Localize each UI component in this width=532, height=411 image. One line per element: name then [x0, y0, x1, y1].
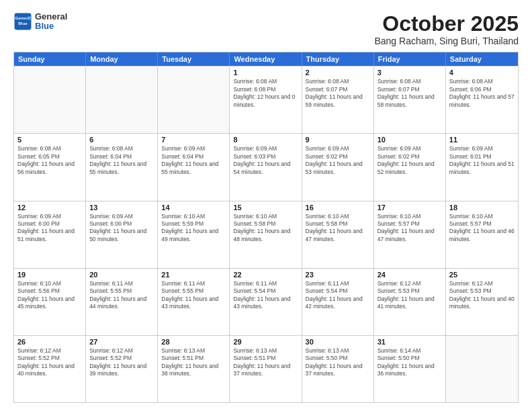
day-number: 5 [17, 136, 82, 144]
day-info: Sunrise: 6:10 AM Sunset: 5:58 PM Dayligh… [306, 213, 370, 244]
day-info: Sunrise: 6:09 AM Sunset: 6:02 PM Dayligh… [378, 145, 442, 176]
day-info: Sunrise: 6:10 AM Sunset: 5:59 PM Dayligh… [161, 213, 226, 244]
day-info: Sunrise: 6:08 AM Sunset: 6:04 PM Dayligh… [89, 145, 154, 176]
svg-text:General: General [15, 15, 30, 20]
day-info: Sunrise: 6:09 AM Sunset: 6:00 PM Dayligh… [17, 213, 82, 244]
empty-cell [158, 66, 230, 133]
month-title: October 2025 [374, 12, 519, 36]
day-info: Sunrise: 6:12 AM Sunset: 5:53 PM Dayligh… [449, 280, 515, 311]
day-cell-9: 9Sunrise: 6:09 AM Sunset: 6:02 PM Daylig… [302, 134, 374, 200]
calendar-week-1: 1Sunrise: 6:08 AM Sunset: 6:08 PM Daylig… [14, 66, 518, 133]
day-number: 22 [233, 271, 298, 279]
day-info: Sunrise: 6:08 AM Sunset: 6:06 PM Dayligh… [449, 78, 515, 109]
day-info: Sunrise: 6:13 AM Sunset: 5:51 PM Dayligh… [233, 347, 298, 378]
day-number: 9 [306, 136, 370, 144]
day-info: Sunrise: 6:09 AM Sunset: 6:02 PM Dayligh… [306, 145, 370, 176]
day-info: Sunrise: 6:11 AM Sunset: 5:54 PM Dayligh… [233, 280, 298, 311]
day-info: Sunrise: 6:08 AM Sunset: 6:08 PM Dayligh… [233, 78, 298, 109]
day-number: 14 [161, 203, 226, 212]
day-number: 1 [233, 68, 298, 77]
day-cell-12: 12Sunrise: 6:09 AM Sunset: 6:00 PM Dayli… [14, 201, 86, 268]
day-info: Sunrise: 6:11 AM Sunset: 5:55 PM Dayligh… [89, 280, 154, 311]
day-cell-1: 1Sunrise: 6:08 AM Sunset: 6:08 PM Daylig… [230, 66, 302, 133]
logo-text: General Blue [35, 12, 67, 32]
day-info: Sunrise: 6:13 AM Sunset: 5:51 PM Dayligh… [161, 347, 226, 378]
day-number: 29 [233, 338, 298, 346]
day-number: 12 [17, 203, 82, 212]
empty-cell [86, 66, 158, 133]
calendar-header: SundayMondayTuesdayWednesdayThursdayFrid… [14, 52, 518, 66]
header-cell-tuesday: Tuesday [158, 52, 230, 66]
day-number: 25 [449, 271, 515, 279]
day-cell-8: 8Sunrise: 6:09 AM Sunset: 6:03 PM Daylig… [230, 134, 302, 200]
day-cell-15: 15Sunrise: 6:10 AM Sunset: 5:58 PM Dayli… [230, 201, 302, 268]
day-number: 6 [89, 136, 154, 144]
day-info: Sunrise: 6:13 AM Sunset: 5:50 PM Dayligh… [306, 347, 370, 378]
day-number: 30 [306, 338, 370, 346]
logo-general-text: General [35, 12, 67, 21]
day-cell-14: 14Sunrise: 6:10 AM Sunset: 5:59 PM Dayli… [158, 201, 230, 268]
day-number: 4 [449, 68, 515, 77]
day-cell-19: 19Sunrise: 6:10 AM Sunset: 5:56 PM Dayli… [14, 269, 86, 335]
day-number: 19 [17, 271, 82, 279]
header-cell-monday: Monday [86, 52, 158, 66]
day-number: 27 [89, 338, 154, 346]
day-info: Sunrise: 6:12 AM Sunset: 5:53 PM Dayligh… [378, 280, 442, 311]
day-cell-7: 7Sunrise: 6:09 AM Sunset: 6:04 PM Daylig… [158, 134, 230, 200]
location: Bang Racham, Sing Buri, Thailand [374, 36, 519, 46]
svg-text:Blue: Blue [18, 21, 28, 26]
day-number: 10 [378, 136, 442, 144]
day-info: Sunrise: 6:09 AM Sunset: 6:00 PM Dayligh… [89, 213, 154, 244]
day-info: Sunrise: 6:08 AM Sunset: 6:07 PM Dayligh… [378, 78, 442, 109]
day-info: Sunrise: 6:08 AM Sunset: 6:07 PM Dayligh… [306, 78, 370, 109]
day-number: 2 [306, 68, 370, 77]
day-info: Sunrise: 6:14 AM Sunset: 5:50 PM Dayligh… [378, 347, 442, 378]
day-cell-3: 3Sunrise: 6:08 AM Sunset: 6:07 PM Daylig… [374, 66, 446, 133]
day-number: 21 [161, 271, 226, 279]
header-cell-thursday: Thursday [302, 52, 374, 66]
day-number: 28 [161, 338, 226, 346]
day-cell-22: 22Sunrise: 6:11 AM Sunset: 5:54 PM Dayli… [230, 269, 302, 335]
day-number: 31 [378, 338, 442, 346]
title-block: October 2025 Bang Racham, Sing Buri, Tha… [374, 12, 519, 46]
logo: General Blue General Blue [13, 12, 67, 32]
day-cell-27: 27Sunrise: 6:12 AM Sunset: 5:52 PM Dayli… [86, 336, 158, 402]
day-cell-11: 11Sunrise: 6:09 AM Sunset: 6:01 PM Dayli… [446, 134, 518, 200]
day-number: 15 [233, 203, 298, 212]
day-number: 17 [378, 203, 442, 212]
day-cell-5: 5Sunrise: 6:08 AM Sunset: 6:05 PM Daylig… [14, 134, 86, 200]
header-cell-sunday: Sunday [14, 52, 86, 66]
day-cell-4: 4Sunrise: 6:08 AM Sunset: 6:06 PM Daylig… [446, 66, 518, 133]
day-cell-16: 16Sunrise: 6:10 AM Sunset: 5:58 PM Dayli… [302, 201, 374, 268]
day-cell-25: 25Sunrise: 6:12 AM Sunset: 5:53 PM Dayli… [446, 269, 518, 335]
day-cell-23: 23Sunrise: 6:11 AM Sunset: 5:54 PM Dayli… [302, 269, 374, 335]
day-number: 13 [89, 203, 154, 212]
calendar: SundayMondayTuesdayWednesdayThursdayFrid… [13, 52, 519, 403]
header-cell-saturday: Saturday [446, 52, 518, 66]
day-number: 24 [378, 271, 442, 279]
day-info: Sunrise: 6:09 AM Sunset: 6:01 PM Dayligh… [449, 145, 515, 176]
day-info: Sunrise: 6:10 AM Sunset: 5:57 PM Dayligh… [378, 213, 442, 244]
day-info: Sunrise: 6:09 AM Sunset: 6:03 PM Dayligh… [233, 145, 298, 176]
day-number: 3 [378, 68, 442, 77]
day-cell-30: 30Sunrise: 6:13 AM Sunset: 5:50 PM Dayli… [302, 336, 374, 402]
logo-icon: General Blue [13, 12, 32, 31]
day-number: 11 [449, 136, 515, 144]
day-number: 18 [449, 203, 515, 212]
calendar-page: General Blue General Blue October 2025 B… [0, 0, 532, 411]
day-cell-10: 10Sunrise: 6:09 AM Sunset: 6:02 PM Dayli… [374, 134, 446, 200]
day-info: Sunrise: 6:10 AM Sunset: 5:58 PM Dayligh… [233, 213, 298, 244]
day-cell-20: 20Sunrise: 6:11 AM Sunset: 5:55 PM Dayli… [86, 269, 158, 335]
calendar-week-2: 5Sunrise: 6:08 AM Sunset: 6:05 PM Daylig… [14, 133, 518, 200]
day-cell-18: 18Sunrise: 6:10 AM Sunset: 5:57 PM Dayli… [446, 201, 518, 268]
day-number: 7 [161, 136, 226, 144]
header-cell-wednesday: Wednesday [230, 52, 302, 66]
calendar-week-4: 19Sunrise: 6:10 AM Sunset: 5:56 PM Dayli… [14, 268, 518, 335]
day-cell-29: 29Sunrise: 6:13 AM Sunset: 5:51 PM Dayli… [230, 336, 302, 402]
day-number: 8 [233, 136, 298, 144]
day-cell-17: 17Sunrise: 6:10 AM Sunset: 5:57 PM Dayli… [374, 201, 446, 268]
header-cell-friday: Friday [374, 52, 446, 66]
day-number: 20 [89, 271, 154, 279]
day-info: Sunrise: 6:10 AM Sunset: 5:57 PM Dayligh… [449, 213, 515, 244]
calendar-week-5: 26Sunrise: 6:12 AM Sunset: 5:52 PM Dayli… [14, 335, 518, 402]
